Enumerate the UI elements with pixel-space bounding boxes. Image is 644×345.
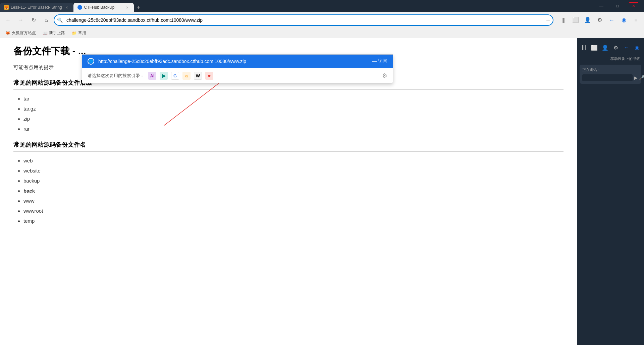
title-bar: 🦊 Less-11- Error Based- String ✕ CTFHub … (0, 0, 644, 12)
sidebar-settings-icon[interactable]: ⚙ (611, 42, 620, 53)
suggestion-label: — 访问 (372, 58, 387, 64)
engine-google[interactable]: G (171, 72, 179, 80)
section2-list: web website backup back www wwwroot temp (13, 156, 564, 226)
bookmark-newuser-label: 新手上路 (49, 30, 65, 36)
section2: 常见的网站源码备份文件名 web website backup back www… (13, 141, 564, 226)
bookmark-firefox[interactable]: 🦊 火狐官方站点 (3, 29, 39, 37)
list-item: tar (23, 94, 564, 104)
browser-window: 🦊 Less-11- Error Based- String ✕ CTFHub … (0, 0, 644, 345)
search-icon: 🔍 (57, 17, 63, 23)
list-item: rar (23, 124, 564, 134)
toolbar-icon-6[interactable]: ◉ (619, 15, 629, 25)
tab1-title: Less-11- Error Based- String (11, 5, 62, 10)
toolbar-icon-4[interactable]: ⚙ (594, 15, 605, 25)
list-item: back (23, 186, 564, 196)
engine-settings-icon[interactable]: ⚙ (382, 72, 387, 79)
tab1-favicon: 🦊 (4, 5, 9, 10)
tab2-favicon (77, 5, 82, 10)
toolbar: ← → ↻ ⌂ 🔍 → ||| ⬜ 👤 ⚙ ← ◉ ≡ (0, 12, 644, 28)
bookmark-firefox-icon: 🦊 (5, 31, 10, 36)
right-sidebar: ||| ⬜ 👤 ⚙ ← ◉ 移动设备上的书签 正在讲话： ▶ 🎤 (577, 38, 644, 345)
close-button[interactable]: ✕ (626, 0, 641, 12)
bookmark-common-label: 常用 (78, 30, 86, 36)
sidebar-split-icon[interactable]: ⬜ (590, 42, 599, 53)
chat-mic-button[interactable]: 🎤 (639, 75, 644, 80)
section2-heading: 常见的网站源码备份文件名 (13, 141, 564, 149)
section1: 常见的网站源码备份文件后缀 tar tar.gz zip rar (13, 79, 564, 134)
list-item: temp (23, 216, 564, 226)
engine-wikipedia[interactable]: W (194, 72, 202, 80)
toolbar-right: ||| ⬜ 👤 ⚙ ← ◉ ≡ (555, 15, 641, 25)
tab2-title: CTFHub BackUp (84, 5, 122, 10)
toolbar-menu[interactable]: ≡ (631, 15, 641, 25)
search-engine-label: 请选择这次要用的搜索引擎： (88, 73, 144, 79)
tab-ctfhub[interactable]: CTFHub BackUp ✕ (73, 3, 134, 12)
address-input[interactable] (54, 14, 553, 26)
chat-status-label: 正在讲话： (582, 67, 639, 72)
sidebar-reading-icon[interactable]: ||| (580, 42, 588, 53)
chat-panel: 正在讲话： ▶ 🎤 (580, 65, 641, 84)
engine-icons: AI ▶ G a W ● (148, 72, 213, 80)
tab-bar: 🦊 Less-11- Error Based- String ✕ CTFHub … (0, 0, 594, 12)
chat-input-row: ▶ 🎤 (582, 74, 639, 81)
list-item: website (23, 166, 564, 176)
chat-input[interactable] (582, 74, 633, 81)
refresh-button[interactable]: ↻ (28, 15, 39, 25)
suggestion-globe-icon: 🌐 (88, 58, 94, 65)
search-engine-row: 请选择这次要用的搜索引擎： AI ▶ G a W ● ⚙ (82, 68, 393, 83)
sidebar-back-icon[interactable]: ← (622, 42, 631, 53)
new-tab-button[interactable]: + (134, 3, 143, 12)
engine-amazon[interactable]: a (182, 72, 191, 80)
bookmarks-bar: 🦊 火狐官方站点 📖 新手上路 📁 常用 (0, 28, 644, 38)
home-button[interactable]: ⌂ (41, 15, 52, 25)
maximize-button[interactable]: □ (610, 0, 625, 12)
sidebar-icons-row: ||| ⬜ 👤 ⚙ ← ◉ (580, 41, 641, 54)
list-item: web (23, 156, 564, 166)
engine-other[interactable]: ● (205, 72, 213, 80)
list-item: backup (23, 176, 564, 186)
main-content: 备份文件下载 - ... 可能有点用的提示 常见的网站源码备份文件后缀 tar … (0, 38, 577, 345)
section1-divider (13, 89, 564, 90)
go-button[interactable]: → (545, 17, 551, 23)
bookmark-common[interactable]: 📁 常用 (69, 29, 89, 37)
bookmark-common-icon: 📁 (72, 31, 77, 36)
engine-ai[interactable]: AI (148, 72, 156, 80)
bookmark-newuser-icon: 📖 (43, 31, 48, 36)
section2-divider (13, 151, 564, 152)
chat-send-button[interactable]: ▶ (634, 75, 638, 80)
sidebar-account-icon[interactable]: 👤 (601, 42, 609, 53)
toolbar-icon-2[interactable]: ⬜ (570, 15, 581, 25)
list-item: wwwroot (23, 206, 564, 216)
bookmarks-label: 移动设备上的书签 (580, 56, 641, 62)
forward-button[interactable]: → (15, 15, 26, 25)
engine-bing[interactable]: ▶ (160, 72, 168, 80)
toolbar-icon-5[interactable]: ← (606, 15, 617, 25)
tab-less11[interactable]: 🦊 Less-11- Error Based- String ✕ (0, 3, 73, 12)
tab1-close[interactable]: ✕ (64, 5, 69, 10)
toolbar-icon-1[interactable]: ||| (558, 15, 569, 25)
address-bar-container: 🔍 → (54, 14, 553, 26)
back-button[interactable]: ← (3, 15, 13, 25)
bookmark-firefox-label: 火狐官方站点 (12, 30, 36, 36)
dropdown-overlay: 🌐 http://challenge-25c8c20ebff93adc.sand… (82, 54, 393, 83)
dropdown-suggestion[interactable]: 🌐 http://challenge-25c8c20ebff93adc.sand… (82, 55, 393, 68)
content-area: 备份文件下载 - ... 可能有点用的提示 常见的网站源码备份文件后缀 tar … (0, 38, 644, 345)
window-controls: — □ ✕ (594, 0, 644, 12)
list-item: zip (23, 114, 564, 124)
list-item: www (23, 196, 564, 206)
list-item: tar.gz (23, 104, 564, 114)
tab2-close[interactable]: ✕ (124, 5, 130, 10)
suggestion-url: http://challenge-25c8c20ebff93adc.sandbo… (98, 59, 246, 64)
minimize-button[interactable]: — (594, 0, 609, 12)
toolbar-icon-3[interactable]: 👤 (582, 15, 593, 25)
sidebar-circle-icon[interactable]: ◉ (633, 42, 641, 53)
bookmark-newuser[interactable]: 📖 新手上路 (40, 29, 68, 37)
section1-list: tar tar.gz zip rar (13, 94, 564, 134)
